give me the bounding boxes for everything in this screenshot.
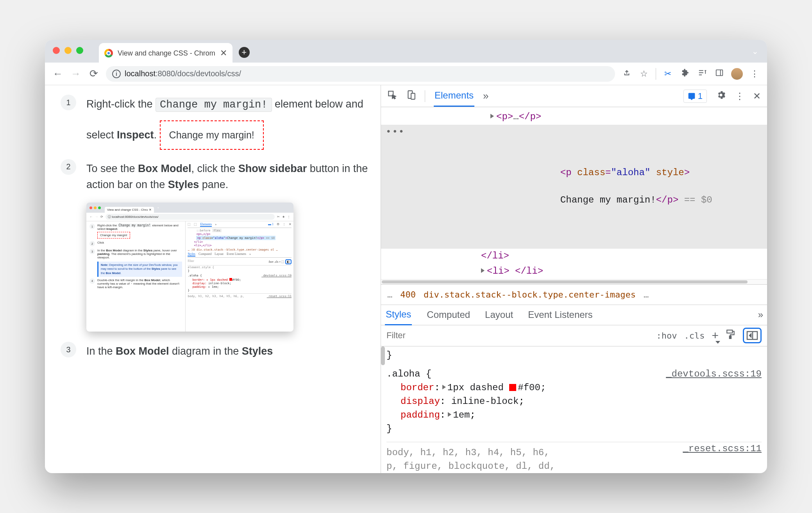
styles-subtabs: Styles Computed Layout Event Listeners »: [381, 305, 767, 325]
css-property-name[interactable]: display: [401, 396, 440, 407]
css-property-value[interactable]: inline-block: [451, 396, 519, 407]
window-titlebar: View and change CSS - Chrom ✕ + ⌄: [45, 40, 767, 63]
toolbar-separator: [656, 68, 656, 80]
side-panel-icon[interactable]: [714, 68, 725, 79]
selected-dom-node[interactable]: <p class="aloha" style> Change my margin…: [381, 125, 767, 249]
expand-triangle-icon[interactable]: [490, 114, 494, 118]
subtab-styles[interactable]: Styles: [385, 305, 412, 325]
show-sidebar-button[interactable]: [743, 328, 762, 343]
svg-rect-5: [727, 330, 732, 333]
profile-avatar[interactable]: [731, 68, 743, 80]
maximize-window-button[interactable]: [76, 47, 83, 54]
bookmark-icon[interactable]: ☆: [639, 69, 649, 79]
chrome-menu-icon[interactable]: ⋮: [749, 69, 760, 79]
css-property-value[interactable]: 1px dashed #f00;: [447, 382, 546, 393]
styles-filter-input[interactable]: [386, 330, 649, 341]
reading-list-icon[interactable]: [697, 68, 708, 79]
page-content[interactable]: 1 Right-click the Change my margin! elem…: [45, 85, 381, 473]
css-property-value[interactable]: 1em: [453, 410, 470, 420]
traffic-lights: [53, 47, 83, 54]
browser-toolbar: ← → ⟳ i localhost:8080/docs/devtools/css…: [45, 63, 767, 85]
scissors-icon[interactable]: ✂: [662, 69, 673, 79]
tab-title: View and change CSS - Chrom: [118, 49, 215, 57]
devtools-panel: Elements » 1 ⋮ ✕ <p>…</p> <p class="aloh…: [381, 85, 767, 473]
rule-close-brace: }: [386, 349, 762, 362]
new-style-rule-button[interactable]: +: [712, 329, 719, 342]
expand-shorthand-icon[interactable]: [442, 385, 446, 389]
breadcrumb-item[interactable]: 400: [400, 290, 416, 300]
subtab-layout[interactable]: Layout: [485, 309, 513, 320]
rule-selector[interactable]: .aloha {: [386, 369, 431, 379]
styles-filter-row: :hov .cls +: [381, 325, 767, 346]
subtab-event-listeners[interactable]: Event Listeners: [528, 309, 592, 320]
rule-selector[interactable]: p, figure, blockquote, dl, dd,: [386, 461, 555, 472]
color-swatch[interactable]: [509, 384, 516, 391]
issues-badge[interactable]: 1: [683, 90, 707, 103]
svg-rect-4: [411, 93, 415, 99]
screenshot-thumbnail: View and change CSS - Chro ✕ + ←→⟳ⓘ loca…: [86, 203, 293, 332]
url-path: /docs/devtools/css/: [175, 69, 241, 78]
minimize-window-button[interactable]: [64, 47, 72, 54]
forward-button[interactable]: →: [70, 68, 82, 80]
more-tabs-icon[interactable]: »: [483, 90, 488, 102]
address-bar[interactable]: i localhost:8080/docs/devtools/css/: [106, 66, 615, 82]
cls-toggle[interactable]: .cls: [684, 331, 705, 341]
rule-source-link[interactable]: _devtools.scss:19: [666, 368, 762, 381]
issues-count: 1: [698, 91, 703, 101]
settings-icon[interactable]: [715, 90, 726, 103]
style-rule[interactable]: body, h1, h2, h3, h4, h5, h6, _reset.scs…: [386, 442, 762, 473]
new-tab-button[interactable]: +: [239, 47, 250, 58]
breadcrumb-overflow-right[interactable]: …: [644, 290, 649, 300]
dom-breadcrumb[interactable]: … 400 div.stack.stack--block.type.center…: [381, 285, 767, 305]
url-host: localhost: [125, 69, 156, 78]
css-property-name[interactable]: border: [401, 382, 434, 393]
device-toggle-icon[interactable]: [406, 90, 416, 102]
separator: [425, 90, 425, 102]
breadcrumb-item-selected[interactable]: div.stack.stack--block.type.center-image…: [424, 290, 636, 300]
expand-shorthand-icon[interactable]: [448, 412, 451, 417]
style-rule[interactable]: .aloha { _devtools.scss:19 border:1px da…: [386, 368, 762, 436]
url-port: :8080: [156, 69, 175, 78]
share-icon[interactable]: [621, 68, 632, 79]
chrome-logo-icon: [104, 49, 113, 57]
rule-selector[interactable]: body, h1, h2, h3, h4, h5, h6,: [386, 447, 550, 458]
css-property-name[interactable]: padding: [401, 410, 440, 420]
devtools-menu-icon[interactable]: ⋮: [735, 91, 744, 102]
tab-elements[interactable]: Elements: [434, 85, 474, 107]
elements-dom-tree[interactable]: <p>…</p> <p class="aloha" style> Change …: [381, 107, 767, 279]
back-button[interactable]: ←: [52, 68, 64, 80]
close-devtools-icon[interactable]: ✕: [753, 91, 761, 102]
step-number: 2: [61, 159, 76, 175]
paint-format-icon[interactable]: [726, 329, 736, 342]
code-inline: Change my margin!: [156, 98, 272, 112]
step-number: 3: [61, 342, 76, 357]
breadcrumb-overflow-left[interactable]: …: [387, 290, 392, 300]
hov-toggle[interactable]: :hov: [656, 331, 677, 341]
extensions-icon[interactable]: [680, 68, 690, 79]
svg-rect-0: [716, 70, 723, 75]
step-text: To see the Box Model, click the Show sid…: [86, 159, 370, 194]
close-window-button[interactable]: [53, 47, 60, 54]
styles-rules-list[interactable]: } .aloha { _devtools.scss:19 border:1px …: [381, 346, 767, 473]
subtab-computed[interactable]: Computed: [427, 309, 470, 320]
more-subtabs-icon[interactable]: »: [758, 309, 763, 320]
step-number: 1: [61, 95, 76, 110]
devtools-toolbar: Elements » 1 ⋮ ✕: [381, 85, 767, 107]
horizontal-scrollbar[interactable]: [381, 279, 767, 285]
browser-tab[interactable]: View and change CSS - Chrom ✕: [99, 43, 233, 63]
step-text: In the Box Model diagram in the Styles: [86, 342, 273, 360]
rule-source-link[interactable]: _reset.scss:11: [683, 442, 762, 456]
step-text: Right-click the Change my margin! elemen…: [86, 95, 370, 150]
vertical-scrollbar[interactable]: [381, 346, 385, 365]
inspect-element-icon[interactable]: [387, 90, 397, 102]
site-info-icon[interactable]: i: [112, 70, 121, 78]
demo-element[interactable]: Change my margin!: [160, 120, 264, 150]
tabs-dropdown-icon[interactable]: ⌄: [752, 47, 758, 56]
svg-marker-9: [749, 334, 751, 337]
tab-close-button[interactable]: ✕: [220, 48, 227, 58]
svg-rect-6: [730, 336, 731, 339]
reload-button[interactable]: ⟳: [88, 68, 100, 80]
expand-triangle-icon[interactable]: [481, 268, 485, 273]
